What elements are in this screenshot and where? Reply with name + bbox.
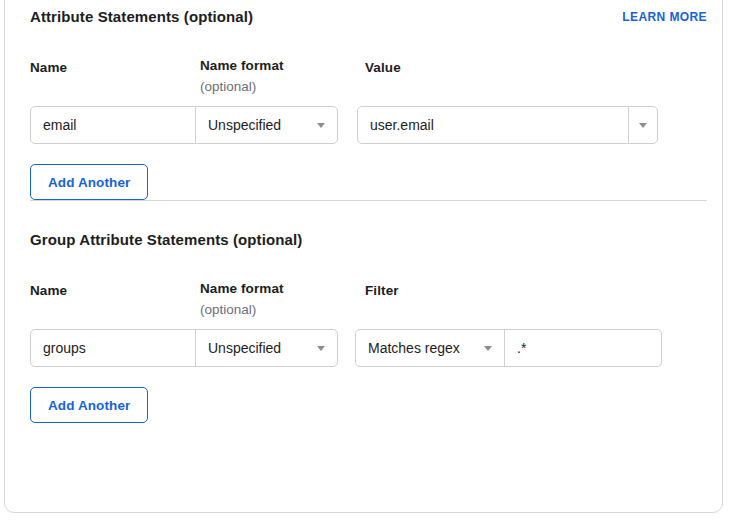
group-attribute-columns-header: Name Name format (optional) Filter: [30, 281, 707, 318]
group-attribute-statements-section: Group Attribute Statements (optional) Na…: [30, 231, 707, 423]
attribute-value-dropdown-button[interactable]: [628, 106, 658, 144]
column-name-format: Name format (optional): [200, 58, 365, 95]
group-filter-value-input[interactable]: [504, 329, 662, 367]
column-name-format-label: Name format: [200, 281, 365, 297]
group-attribute-name-input[interactable]: [30, 329, 196, 367]
column-name-format: Name format (optional): [200, 281, 365, 318]
group-filter-type-select[interactable]: Matches regex: [355, 329, 505, 367]
attribute-statements-header: Attribute Statements (optional) LEARN MO…: [30, 8, 707, 26]
attribute-value-combobox: [357, 106, 658, 144]
column-name-label: Name: [30, 283, 67, 298]
column-name-format-optional-note: (optional): [200, 79, 365, 95]
attribute-statement-row: Unspecified: [30, 106, 707, 144]
learn-more-link[interactable]: LEARN MORE: [622, 8, 707, 25]
column-name-label: Name: [30, 60, 67, 75]
column-filter-label: Filter: [365, 283, 399, 298]
column-value: Value: [365, 58, 707, 76]
column-value-label: Value: [365, 60, 401, 75]
attribute-name-format-select[interactable]: Unspecified: [195, 106, 338, 144]
chevron-down-icon: [317, 123, 325, 128]
add-another-attribute-button[interactable]: Add Another: [30, 164, 148, 200]
attribute-columns-header: Name Name format (optional) Value: [30, 58, 707, 95]
group-attribute-name-format-select[interactable]: Unspecified: [195, 329, 338, 367]
column-name-format-optional-note: (optional): [200, 302, 365, 318]
add-another-group-attribute-button[interactable]: Add Another: [30, 387, 148, 423]
attribute-name-input[interactable]: [30, 106, 196, 144]
chevron-down-icon: [484, 346, 492, 351]
column-filter: Filter: [365, 281, 707, 299]
column-name-format-label: Name format: [200, 58, 365, 74]
group-filter-type-selected-value: Matches regex: [368, 340, 460, 356]
group-attribute-statement-row: Unspecified Matches regex: [30, 329, 707, 367]
attribute-statements-title: Attribute Statements (optional): [30, 8, 253, 26]
chevron-down-icon: [317, 346, 325, 351]
group-attribute-name-format-selected-value: Unspecified: [208, 340, 281, 356]
attribute-statements-section: Attribute Statements (optional) LEARN MO…: [30, 8, 707, 200]
section-divider: [30, 200, 707, 201]
group-attribute-statements-header: Group Attribute Statements (optional): [30, 231, 707, 249]
saml-settings-card: Attribute Statements (optional) LEARN MO…: [4, 0, 723, 513]
column-name: Name: [30, 58, 200, 76]
attribute-value-input[interactable]: [357, 106, 629, 144]
chevron-down-icon: [639, 123, 647, 128]
group-attribute-statements-title: Group Attribute Statements (optional): [30, 231, 302, 249]
attribute-name-format-selected-value: Unspecified: [208, 117, 281, 133]
column-name: Name: [30, 281, 200, 299]
